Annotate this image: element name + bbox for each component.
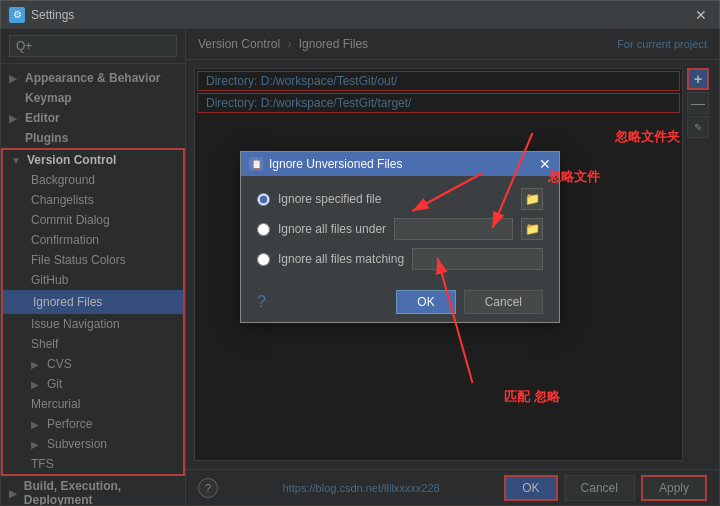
annotation-match-ignore: 匹配 忽略 bbox=[504, 388, 560, 406]
close-button[interactable]: ✕ bbox=[691, 5, 711, 25]
annotation-ignore-file: 忽略文件 bbox=[548, 168, 600, 186]
settings-icon: ⚙ bbox=[9, 7, 25, 23]
dialog-cancel-button[interactable]: Cancel bbox=[464, 290, 543, 314]
settings-window: ⚙ Settings ✕ ▶ Appearance & Behavior Key… bbox=[0, 0, 720, 506]
dialog-title-bar: 📋 Ignore Unversioned Files ✕ bbox=[241, 152, 559, 176]
radio-label-under: Ignore all files under bbox=[278, 222, 386, 236]
radio-under[interactable] bbox=[257, 223, 270, 236]
dialog-ok-button[interactable]: OK bbox=[396, 290, 455, 314]
dialog-footer: ? OK Cancel bbox=[241, 282, 559, 322]
input-under[interactable] bbox=[394, 218, 513, 240]
title-bar-text: Settings bbox=[31, 8, 691, 22]
radio-matching[interactable] bbox=[257, 253, 270, 266]
folder-button-specified[interactable]: 📁 bbox=[521, 188, 543, 210]
radio-group: Ignore specified file 📁 Ignore all files… bbox=[257, 188, 543, 270]
dialog-body: Ignore specified file 📁 Ignore all files… bbox=[241, 176, 559, 282]
radio-label-specified: Ignore specified file bbox=[278, 192, 381, 206]
dialog-overlay: 忽略文件 忽略文件夹 匹配 忽略 📋 bbox=[0, 28, 720, 506]
dialog: 📋 Ignore Unversioned Files ✕ Ignore spec… bbox=[240, 151, 560, 323]
dialog-help-button[interactable]: ? bbox=[257, 293, 266, 311]
radio-specified[interactable] bbox=[257, 193, 270, 206]
radio-row-under: Ignore all files under 📁 bbox=[257, 218, 543, 240]
radio-row-matching: Ignore all files matching bbox=[257, 248, 543, 270]
folder-button-under[interactable]: 📁 bbox=[521, 218, 543, 240]
radio-row-specified: Ignore specified file 📁 bbox=[257, 188, 543, 210]
radio-label-matching: Ignore all files matching bbox=[278, 252, 404, 266]
annotation-ignore-folder: 忽略文件夹 bbox=[615, 128, 680, 146]
dialog-icon: 📋 bbox=[249, 157, 263, 171]
dialog-title: Ignore Unversioned Files bbox=[269, 157, 402, 171]
input-matching[interactable] bbox=[412, 248, 543, 270]
title-bar: ⚙ Settings ✕ bbox=[1, 1, 719, 29]
